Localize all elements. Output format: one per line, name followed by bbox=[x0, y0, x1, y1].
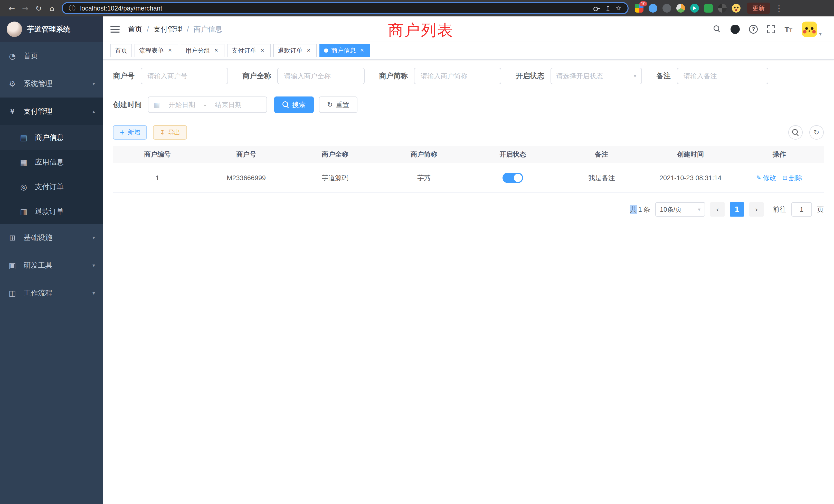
sidebar-item-label: 商户信息 bbox=[35, 133, 64, 142]
sidebar-item-app-info[interactable]: ▦ 应用信息 bbox=[0, 150, 103, 175]
status-select[interactable]: 请选择开启状态 ▾ bbox=[550, 68, 642, 84]
sidebar-item-pay-order[interactable]: ◎ 支付订单 bbox=[0, 175, 103, 199]
sidebar-item-refund-order[interactable]: ▥ 退款订单 bbox=[0, 199, 103, 224]
table-toolbar: + 新增 ↧ 导出 ↻ bbox=[113, 125, 824, 140]
sidebar-toggle-icon[interactable] bbox=[110, 26, 120, 32]
ext-green-check-icon[interactable] bbox=[690, 4, 699, 13]
url-text[interactable]: localhost:1024/pay/merchant bbox=[80, 5, 588, 12]
merchant-name-input[interactable] bbox=[277, 68, 365, 84]
ext-avatar-icon[interactable] bbox=[676, 4, 685, 13]
filter-create-time: 创建时间 ▦ - bbox=[113, 96, 267, 113]
breadcrumb-payment[interactable]: 支付管理 bbox=[154, 24, 182, 34]
refresh-button[interactable]: ↻ bbox=[809, 125, 824, 140]
browser-update-button[interactable]: 更新 bbox=[747, 3, 770, 14]
sidebar-item-home[interactable]: ◔ 首页 bbox=[0, 42, 103, 70]
ext-emoji-icon[interactable] bbox=[732, 4, 741, 13]
browser-toolbar: ← → ↻ ⌂ ⓘ localhost:1024/pay/merchant ↥ … bbox=[0, 0, 834, 17]
chevron-down-icon: ▾ bbox=[92, 234, 95, 241]
merchant-short-input[interactable] bbox=[414, 68, 501, 84]
back-icon[interactable]: ← bbox=[5, 4, 19, 13]
sidebar-item-infrastructure[interactable]: ⊞ 基础设施 ▾ bbox=[0, 224, 103, 251]
toolbox-icon: ▣ bbox=[8, 261, 17, 270]
reset-button[interactable]: ↻ 重置 bbox=[319, 96, 357, 113]
chevron-down-icon: ▾ bbox=[92, 290, 95, 296]
fullscreen-icon[interactable] bbox=[767, 25, 775, 33]
search-icon[interactable] bbox=[714, 25, 721, 33]
sidebar-submenu-payment: ▤ 商户信息 ▦ 应用信息 ◎ 支付订单 ▥ 退 bbox=[0, 125, 103, 224]
tab-merchant-info[interactable]: 商户信息× bbox=[320, 44, 370, 57]
address-bar[interactable]: ⓘ localhost:1024/pay/merchant ↥ ☆ bbox=[62, 2, 629, 14]
ext-drop-icon[interactable] bbox=[649, 4, 657, 13]
sidebar-item-system[interactable]: ⚙ 系统管理 ▾ bbox=[0, 70, 103, 97]
sidebar-item-payment[interactable]: ¥ 支付管理 ▴ bbox=[0, 97, 103, 125]
chevron-down-icon: ▾ bbox=[634, 73, 636, 79]
col-remark: 备注 bbox=[557, 150, 646, 159]
app-logo[interactable]: 芋道管理系统 bbox=[0, 17, 103, 42]
site-info-icon[interactable]: ⓘ bbox=[69, 4, 75, 13]
delete-link[interactable]: ⊟删除 bbox=[783, 174, 803, 182]
status-toggle[interactable] bbox=[503, 173, 523, 183]
pagination: 共 1 条 10条/页 ▾ ‹ 1 › 前往 页 bbox=[113, 202, 824, 216]
filter-status: 开启状态 请选择开启状态 ▾ bbox=[515, 68, 642, 84]
reload-icon[interactable]: ↻ bbox=[32, 4, 45, 13]
navbar-actions: ? TT ▾ bbox=[714, 22, 822, 37]
sidebar-item-workflow[interactable]: ◫ 工作流程 ▾ bbox=[0, 279, 103, 307]
ext-pinwheel-icon[interactable] bbox=[718, 4, 727, 13]
plus-icon: + bbox=[120, 129, 125, 136]
cell-remark: 我是备注 bbox=[557, 174, 646, 182]
page-size-select[interactable]: 10条/页 ▾ bbox=[655, 202, 705, 216]
goto-page-input[interactable] bbox=[791, 202, 812, 216]
next-page-button[interactable]: › bbox=[749, 202, 764, 216]
tab-pay-order[interactable]: 支付订单× bbox=[227, 44, 271, 57]
sidebar-item-devtools[interactable]: ▣ 研发工具 ▾ bbox=[0, 251, 103, 279]
tab-home[interactable]: 首页 bbox=[110, 44, 132, 57]
refresh-icon: ↻ bbox=[327, 101, 333, 109]
search-button[interactable]: 搜索 bbox=[274, 96, 314, 113]
tab-process-form[interactable]: 流程表单× bbox=[135, 44, 178, 57]
sidebar-item-merchant-info[interactable]: ▤ 商户信息 bbox=[0, 125, 103, 150]
sidebar-item-label: 支付订单 bbox=[35, 182, 64, 192]
end-date-input[interactable] bbox=[209, 101, 247, 109]
start-date-input[interactable] bbox=[163, 101, 201, 109]
close-icon[interactable]: × bbox=[358, 47, 366, 54]
ext-green-square-icon[interactable] bbox=[704, 4, 713, 13]
table-row: 1 M233666999 芋道源码 芋艿 我是备注 2021-10-23 08:… bbox=[113, 163, 824, 193]
font-size-icon[interactable]: TT bbox=[785, 25, 792, 34]
breadcrumb-separator: / bbox=[147, 25, 149, 33]
add-button[interactable]: + 新增 bbox=[113, 125, 147, 140]
close-icon[interactable]: × bbox=[305, 47, 312, 54]
forward-icon[interactable]: → bbox=[19, 4, 32, 13]
github-icon[interactable] bbox=[730, 25, 740, 34]
tab-refund-order[interactable]: 退款订单× bbox=[273, 44, 317, 57]
gear-icon: ⚙ bbox=[8, 79, 17, 88]
share-icon[interactable]: ↥ bbox=[605, 4, 611, 12]
help-icon[interactable]: ? bbox=[749, 25, 758, 33]
browser-menu-icon[interactable]: ⋮ bbox=[772, 4, 786, 13]
extensions-area: 10 bbox=[635, 4, 741, 13]
cell-full-name: 芋道源码 bbox=[291, 174, 379, 182]
edit-link[interactable]: ✎修改 bbox=[756, 174, 776, 182]
prev-page-button[interactable]: ‹ bbox=[710, 202, 725, 216]
page-1-button[interactable]: 1 bbox=[730, 202, 744, 216]
toggle-search-button[interactable] bbox=[788, 125, 803, 140]
export-button[interactable]: ↧ 导出 bbox=[153, 125, 187, 140]
merchant-no-input[interactable] bbox=[141, 68, 228, 84]
remark-input[interactable] bbox=[677, 68, 768, 84]
bookmark-star-icon[interactable]: ☆ bbox=[615, 4, 621, 12]
tab-user-group[interactable]: 用户分组× bbox=[181, 44, 224, 57]
close-icon[interactable]: × bbox=[259, 47, 266, 54]
home-icon[interactable]: ⌂ bbox=[45, 4, 59, 13]
close-icon[interactable]: × bbox=[213, 47, 220, 54]
create-time-range[interactable]: ▦ - bbox=[148, 96, 267, 113]
close-icon[interactable]: × bbox=[167, 47, 174, 54]
password-key-icon[interactable] bbox=[593, 5, 600, 12]
caret-down-icon: ▾ bbox=[819, 31, 822, 37]
table-header: 商户编号 商户号 商户全称 商户简称 开启状态 备注 创建时间 操作 bbox=[113, 146, 824, 163]
user-avatar[interactable]: ▾ bbox=[802, 22, 822, 37]
ext-dark-icon[interactable] bbox=[662, 4, 671, 13]
screen: ← → ↻ ⌂ ⓘ localhost:1024/pay/merchant ↥ … bbox=[0, 0, 834, 504]
ext-puzzle-icon[interactable]: 10 bbox=[635, 4, 643, 13]
briefcase-icon: ◫ bbox=[8, 289, 17, 298]
col-merchant-id: 商户编号 bbox=[113, 150, 202, 159]
breadcrumb-home[interactable]: 首页 bbox=[128, 24, 142, 34]
